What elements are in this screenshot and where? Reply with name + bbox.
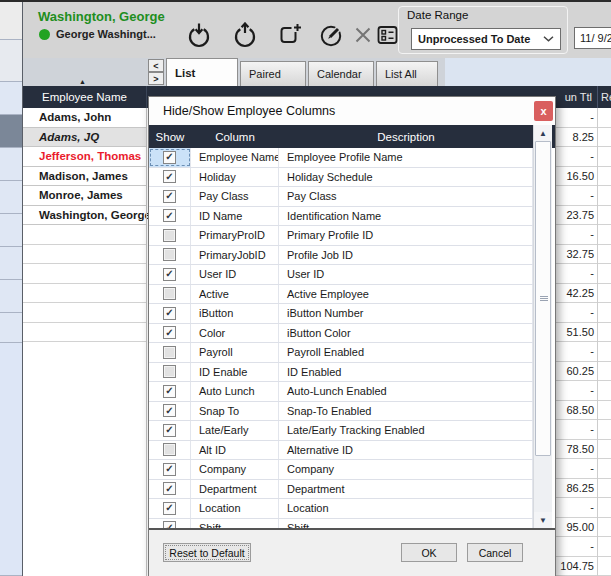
dialog-row[interactable]: ✓Employee NameEmployee Profile Name: [149, 148, 533, 168]
tab-list[interactable]: List: [166, 58, 238, 86]
show-cell[interactable]: ✓: [149, 304, 191, 323]
grid-value-row[interactable]: 23.75: [556, 206, 611, 226]
tab-scroll-prev-button[interactable]: <: [148, 59, 164, 72]
date-input[interactable]: 11/ 9/20: [574, 27, 611, 49]
strip-cell-selected[interactable]: [0, 115, 22, 148]
dialog-row[interactable]: ActiveActive Employee: [149, 285, 533, 305]
grid-value-row[interactable]: -: [556, 108, 611, 128]
show-cell[interactable]: ✓: [149, 499, 191, 518]
employee-row-empty[interactable]: [23, 245, 146, 265]
checkbox-checked[interactable]: ✓: [163, 502, 176, 515]
checkbox-checked[interactable]: ✓: [163, 209, 176, 222]
checkbox-checked[interactable]: ✓: [163, 385, 176, 398]
checkbox-checked[interactable]: ✓: [163, 404, 176, 417]
grid-value-row[interactable]: -: [556, 537, 611, 557]
checkbox-checked[interactable]: ✓: [163, 521, 176, 528]
scroll-up-button[interactable]: ▲: [534, 125, 552, 141]
employee-row[interactable]: Monroe, James: [23, 186, 146, 206]
checkbox-unchecked[interactable]: [163, 248, 176, 261]
checkbox-checked[interactable]: ✓: [163, 326, 176, 339]
reg-ttl-column-header[interactable]: Reg T: [601, 86, 611, 108]
strip-cell[interactable]: [0, 313, 22, 343]
employee-row[interactable]: Adams, JQ: [23, 128, 146, 148]
show-cell[interactable]: [149, 246, 191, 265]
ok-button[interactable]: OK: [401, 543, 457, 562]
grid-value-row[interactable]: -: [556, 186, 611, 206]
show-cell[interactable]: ✓: [149, 187, 191, 206]
grid-value-row[interactable]: -: [556, 342, 611, 362]
checkbox-checked[interactable]: ✓: [163, 307, 176, 320]
strip-cell[interactable]: [0, 181, 22, 214]
employee-row-empty[interactable]: [23, 323, 146, 343]
checkbox-unchecked[interactable]: [163, 365, 176, 378]
dialog-row[interactable]: ✓ShiftShift: [149, 519, 533, 529]
checkbox-checked[interactable]: ✓: [163, 170, 176, 183]
show-cell[interactable]: ✓: [149, 324, 191, 343]
dialog-row[interactable]: ✓ColoriButton Color: [149, 324, 533, 344]
grid-value-row[interactable]: -: [556, 459, 611, 479]
delete-icon[interactable]: [353, 20, 373, 50]
show-cell[interactable]: ✓: [149, 265, 191, 284]
add-punch-icon[interactable]: [275, 20, 303, 50]
checkbox-checked[interactable]: ✓: [163, 268, 176, 281]
grid-value-row[interactable]: 32.75: [556, 245, 611, 265]
dialog-row[interactable]: PrimaryJobIDProfile Job ID: [149, 246, 533, 266]
dialog-row[interactable]: ✓CompanyCompany: [149, 460, 533, 480]
employee-row[interactable]: Jefferson, Thomas: [23, 147, 146, 167]
checkbox-checked[interactable]: ✓: [163, 424, 176, 437]
grid-value-row[interactable]: -: [556, 498, 611, 518]
clock-out-icon[interactable]: [231, 20, 259, 50]
checkbox-unchecked[interactable]: [163, 346, 176, 359]
employee-row-empty[interactable]: [23, 264, 146, 284]
grid-value-row[interactable]: 68.50: [556, 401, 611, 421]
employee-row[interactable]: Madison, James: [23, 167, 146, 187]
dialog-row[interactable]: ✓HolidayHoliday Schedule: [149, 168, 533, 188]
dialog-row[interactable]: PayrollPayroll Enabled: [149, 343, 533, 363]
dialog-scrollbar[interactable]: ▲ ▼: [533, 125, 552, 528]
grid-value-row[interactable]: 42.25: [556, 284, 611, 304]
dialog-row[interactable]: ✓LocationLocation: [149, 499, 533, 519]
strip-cell[interactable]: [0, 148, 22, 181]
show-cell[interactable]: ✓: [149, 480, 191, 499]
grid-value-row[interactable]: -: [556, 420, 611, 440]
tab-paired[interactable]: Paired: [240, 61, 306, 86]
dialog-row[interactable]: ✓DepartmentDepartment: [149, 480, 533, 500]
show-cell[interactable]: ✓: [149, 519, 191, 529]
dialog-row[interactable]: ✓Late/EarlyLate/Early Tracking Enabled: [149, 421, 533, 441]
dialog-close-button[interactable]: x: [534, 101, 553, 121]
checkbox-unchecked[interactable]: [163, 229, 176, 242]
grid-value-row[interactable]: 104.75: [556, 557, 611, 576]
cancel-button[interactable]: Cancel: [467, 543, 523, 562]
clock-in-icon[interactable]: [185, 20, 213, 50]
show-cell[interactable]: [149, 226, 191, 245]
dialog-row[interactable]: ✓Auto LunchAuto-Lunch Enabled: [149, 382, 533, 402]
dialog-row[interactable]: Alt IDAlternative ID: [149, 441, 533, 461]
dialog-row[interactable]: ✓Pay ClassPay Class: [149, 187, 533, 207]
grid-value-row[interactable]: 51.50: [556, 323, 611, 343]
show-cell[interactable]: ✓: [149, 421, 191, 440]
checkbox-unchecked[interactable]: [163, 287, 176, 300]
employee-row[interactable]: Adams, John: [23, 108, 146, 128]
grid-value-row[interactable]: 95.00: [556, 518, 611, 538]
show-cell[interactable]: [149, 441, 191, 460]
dialog-row[interactable]: ✓User IDUser ID: [149, 265, 533, 285]
strip-cell[interactable]: [0, 2, 22, 40]
show-cell[interactable]: [149, 343, 191, 362]
employee-row-empty[interactable]: [23, 225, 146, 245]
checkbox-checked[interactable]: ✓: [163, 463, 176, 476]
checkbox-unchecked[interactable]: [163, 443, 176, 456]
checkbox-checked[interactable]: ✓: [163, 190, 176, 203]
edit-icon[interactable]: [317, 20, 345, 50]
show-cell[interactable]: [149, 285, 191, 304]
grid-value-row[interactable]: 60.25: [556, 362, 611, 382]
grid-value-row[interactable]: 8.25: [556, 128, 611, 148]
show-cell[interactable]: ✓: [149, 382, 191, 401]
grid-value-row[interactable]: 16.50: [556, 167, 611, 187]
strip-cell[interactable]: [0, 280, 22, 313]
employee-row-empty[interactable]: [23, 303, 146, 323]
strip-cell[interactable]: [0, 247, 22, 280]
dialog-row[interactable]: ✓Snap ToSnap-To Enabled: [149, 402, 533, 422]
scrollbar-thumb[interactable]: [535, 141, 551, 456]
grid-value-row[interactable]: -: [556, 225, 611, 245]
tab-scroll-next-button[interactable]: >: [148, 72, 164, 85]
